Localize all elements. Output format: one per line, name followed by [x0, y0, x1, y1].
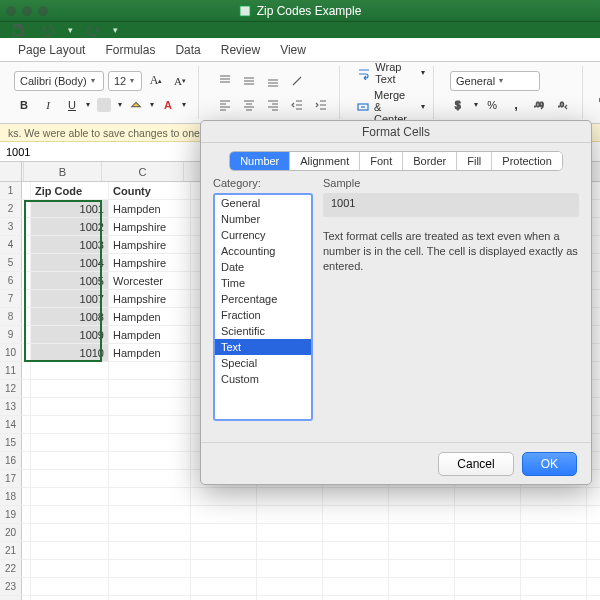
dialog-tab[interactable]: Border	[403, 152, 457, 170]
cell[interactable]: Hampshire	[109, 236, 191, 253]
category-item[interactable]: Custom	[215, 371, 311, 387]
cell[interactable]	[22, 452, 31, 469]
traffic-light-max[interactable]	[38, 6, 48, 16]
undo-icon[interactable]	[38, 20, 58, 40]
traffic-light-min[interactable]	[22, 6, 32, 16]
row-header[interactable]: 17	[0, 470, 22, 487]
row-header[interactable]: 3	[0, 218, 22, 235]
cell[interactable]	[323, 578, 389, 595]
category-item[interactable]: Percentage	[215, 291, 311, 307]
cell[interactable]	[31, 578, 109, 595]
cell[interactable]	[22, 380, 31, 397]
ribbon-tab[interactable]: Data	[165, 38, 210, 61]
row-header[interactable]: 6	[0, 272, 22, 289]
cell[interactable]	[22, 218, 31, 235]
decrease-indent-icon[interactable]	[287, 95, 307, 115]
dialog-tab[interactable]: Number	[230, 152, 290, 170]
align-top-icon[interactable]	[215, 71, 235, 91]
cell[interactable]	[31, 560, 109, 577]
align-center-icon[interactable]	[239, 95, 259, 115]
cell[interactable]	[109, 434, 191, 451]
cell[interactable]: 1005	[31, 272, 109, 289]
row-header[interactable]: 1	[0, 182, 22, 199]
orientation-icon[interactable]	[287, 71, 307, 91]
cell[interactable]	[31, 452, 109, 469]
increase-font-icon[interactable]: A▴	[146, 71, 166, 91]
cell[interactable]	[455, 578, 521, 595]
cell[interactable]	[191, 578, 257, 595]
cell[interactable]	[109, 578, 191, 595]
cell[interactable]	[31, 380, 109, 397]
cell[interactable]	[389, 560, 455, 577]
row-header[interactable]: 14	[0, 416, 22, 433]
cell[interactable]	[521, 560, 587, 577]
cell[interactable]	[22, 200, 31, 217]
cell[interactable]	[191, 506, 257, 523]
cell[interactable]	[323, 596, 389, 600]
ribbon-tab[interactable]: Formulas	[95, 38, 165, 61]
cell[interactable]	[257, 506, 323, 523]
accounting-format-icon[interactable]: $	[450, 95, 470, 115]
category-item[interactable]: General	[215, 195, 311, 211]
cell[interactable]	[22, 290, 31, 307]
cell[interactable]	[22, 254, 31, 271]
row-header[interactable]: 21	[0, 542, 22, 559]
font-size-select[interactable]: 12	[108, 71, 142, 91]
cell[interactable]	[22, 542, 31, 559]
cell[interactable]: 1009	[31, 326, 109, 343]
cell[interactable]	[109, 380, 191, 397]
category-item[interactable]: Accounting	[215, 243, 311, 259]
category-item[interactable]: Text	[215, 339, 311, 355]
cell[interactable]	[389, 524, 455, 541]
cell[interactable]	[455, 596, 521, 600]
cell[interactable]	[22, 560, 31, 577]
cell[interactable]	[191, 596, 257, 600]
cell[interactable]	[22, 434, 31, 451]
cell[interactable]	[22, 470, 31, 487]
cell[interactable]: 1004	[31, 254, 109, 271]
row-header[interactable]: 12	[0, 380, 22, 397]
row-header[interactable]: 22	[0, 560, 22, 577]
cell[interactable]: 1007	[31, 290, 109, 307]
cell[interactable]: Worcester	[109, 272, 191, 289]
increase-decimal-icon[interactable]: .00	[530, 95, 550, 115]
cell[interactable]	[22, 524, 31, 541]
cell[interactable]: Hampshire	[109, 254, 191, 271]
column-header[interactable]: C	[102, 162, 184, 181]
cell[interactable]	[323, 560, 389, 577]
category-item[interactable]: Scientific	[215, 323, 311, 339]
cell[interactable]: Hampden	[109, 200, 191, 217]
cell[interactable]	[455, 506, 521, 523]
cell[interactable]	[191, 542, 257, 559]
cell[interactable]	[455, 542, 521, 559]
cell[interactable]: Hampden	[109, 344, 191, 361]
cell[interactable]: 1008	[31, 308, 109, 325]
row-header[interactable]: 9	[0, 326, 22, 343]
save-icon[interactable]	[8, 20, 28, 40]
align-bottom-icon[interactable]	[263, 71, 283, 91]
border-icon[interactable]	[94, 95, 114, 115]
cell[interactable]	[31, 596, 109, 600]
cell[interactable]	[22, 416, 31, 433]
cell[interactable]: 1010	[31, 344, 109, 361]
cell[interactable]	[22, 344, 31, 361]
row-header[interactable]: 16	[0, 452, 22, 469]
cell[interactable]	[455, 488, 521, 505]
cancel-button[interactable]: Cancel	[438, 452, 513, 476]
comma-format-icon[interactable]: ,	[506, 95, 526, 115]
category-item[interactable]: Currency	[215, 227, 311, 243]
cell[interactable]	[109, 524, 191, 541]
cell[interactable]	[389, 542, 455, 559]
cell[interactable]	[22, 308, 31, 325]
cell[interactable]: 1002	[31, 218, 109, 235]
decrease-decimal-icon[interactable]: .0	[554, 95, 574, 115]
cell[interactable]	[31, 488, 109, 505]
cell[interactable]	[31, 470, 109, 487]
dialog-tab[interactable]: Fill	[457, 152, 492, 170]
cell[interactable]	[31, 434, 109, 451]
font-color-icon[interactable]: A	[158, 95, 178, 115]
cell[interactable]	[257, 596, 323, 600]
cell[interactable]	[109, 596, 191, 600]
cell[interactable]	[257, 578, 323, 595]
cell[interactable]	[31, 398, 109, 415]
